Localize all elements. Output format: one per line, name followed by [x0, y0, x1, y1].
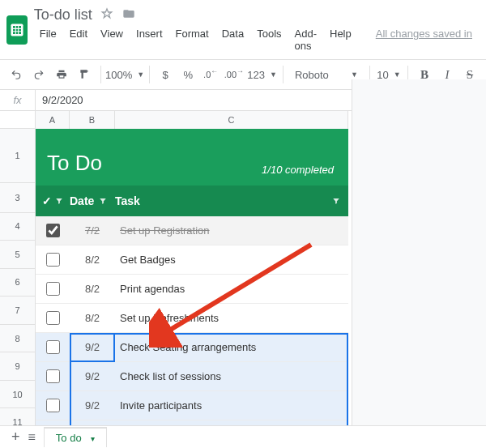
caret-down-icon: ▼: [351, 70, 358, 79]
row-headers: 1 3 4 5 6 7 8 9 10 11: [0, 129, 36, 437]
task-date: 9/2: [70, 370, 115, 382]
filter-icon[interactable]: [99, 197, 107, 205]
toolbar-separator: [149, 66, 150, 83]
task-date: 8/2: [70, 254, 115, 266]
add-sheet-button[interactable]: +: [11, 429, 20, 446]
save-status[interactable]: All changes saved in: [370, 25, 478, 54]
star-icon[interactable]: [100, 7, 113, 23]
table-row[interactable]: 8/2 Get Badges: [36, 245, 348, 275]
font-name: Roboto: [295, 69, 329, 81]
task-text: Set up Registration: [115, 224, 348, 237]
document-title[interactable]: To-do list: [34, 6, 92, 23]
row-header[interactable]: 7: [0, 297, 35, 325]
task-date: 7/2: [70, 224, 115, 237]
task-date: 9/2: [70, 399, 115, 412]
zoom-dropdown[interactable]: 100%▼: [108, 64, 143, 85]
menu-tools[interactable]: Tools: [251, 25, 287, 54]
fx-label[interactable]: fx: [0, 90, 36, 110]
filter-icon[interactable]: [332, 197, 340, 205]
menu-view[interactable]: View: [95, 25, 129, 54]
task-checkbox[interactable]: [46, 369, 60, 383]
sheets-app-icon[interactable]: [6, 15, 28, 45]
dec-dec-label: .0: [203, 70, 211, 79]
row-header[interactable]: 8: [0, 325, 35, 353]
todo-header: To Do 1/10 completed: [36, 129, 348, 186]
row-header[interactable]: 6: [0, 269, 35, 297]
task-checkbox[interactable]: [46, 340, 60, 354]
menu-help[interactable]: Help: [324, 25, 357, 54]
task-text: Set up Refreshments: [115, 312, 348, 324]
menu-bar: File Edit View Insert Format Data Tools …: [34, 23, 478, 54]
redo-button[interactable]: [29, 64, 49, 85]
sheet-tab-menu-icon[interactable]: ▾: [91, 434, 95, 443]
task-text: Invite participants: [115, 399, 348, 412]
filter-icon[interactable]: [55, 197, 63, 205]
menu-format[interactable]: Format: [170, 25, 215, 54]
task-checkbox[interactable]: [46, 311, 60, 325]
task-checkbox[interactable]: [46, 253, 60, 267]
table-row[interactable]: 8/2 Set up Refreshments: [36, 304, 348, 333]
toolbar-separator: [283, 66, 284, 83]
more-formats-label: 123: [247, 69, 265, 81]
col-header-b[interactable]: B: [70, 111, 115, 129]
task-checkbox[interactable]: [46, 282, 60, 296]
inc-dec-label: .00: [224, 70, 237, 79]
task-date: 9/2: [70, 341, 115, 353]
menu-insert[interactable]: Insert: [130, 25, 168, 54]
check-header-icon: ✓: [42, 194, 52, 207]
task-date: 8/2: [70, 312, 115, 324]
table-row[interactable]: 7/2 Set up Registration: [36, 216, 348, 245]
task-date: 8/2: [70, 283, 115, 295]
todo-column-header: ✓ Date Task: [36, 186, 348, 216]
task-text: Print agendas: [115, 283, 348, 295]
sheet-tab-label: To do: [56, 432, 82, 444]
table-row[interactable]: 9/2 Check list of sessions: [36, 362, 348, 391]
decrease-decimal-button[interactable]: .0←: [201, 64, 220, 85]
row-header[interactable]: 4: [0, 213, 35, 241]
task-header: Task: [115, 194, 140, 207]
menu-data[interactable]: Data: [216, 25, 249, 54]
all-sheets-button[interactable]: ≡: [28, 430, 36, 445]
row-header[interactable]: 9: [0, 352, 35, 381]
table-row[interactable]: 9/2 Check Seating arrangements: [36, 333, 348, 362]
currency-button[interactable]: $: [156, 64, 175, 85]
caret-down-icon: ▼: [137, 70, 144, 79]
undo-button[interactable]: [6, 64, 26, 85]
select-all-corner[interactable]: [0, 111, 36, 129]
spreadsheet-icon: [9, 22, 25, 38]
task-text: Check Seating arrangements: [115, 341, 348, 353]
date-header: Date: [70, 194, 94, 207]
zoom-value: 100%: [105, 69, 132, 81]
row-header[interactable]: 10: [0, 381, 35, 409]
sheet-tab[interactable]: To do ▾: [44, 427, 107, 447]
row-header[interactable]: 3: [0, 183, 35, 212]
right-gutter: [352, 79, 486, 448]
toolbar-separator: [100, 66, 101, 83]
percent-button[interactable]: %: [178, 64, 198, 85]
caret-down-icon: ▼: [270, 70, 277, 79]
todo-completed-count: 1/10 completed: [262, 164, 334, 176]
caret-down-icon: ▼: [394, 70, 401, 79]
print-button[interactable]: [52, 64, 71, 85]
table-row[interactable]: 9/2 Invite participants: [36, 391, 348, 420]
row-header[interactable]: 1: [0, 129, 35, 183]
table-row[interactable]: 8/2 Print agendas: [36, 275, 348, 304]
more-formats-dropdown[interactable]: 123▼: [248, 64, 276, 85]
formula-value[interactable]: 9/2/2020: [36, 94, 83, 106]
task-text: Get Badges: [115, 254, 348, 266]
task-checkbox[interactable]: [46, 399, 60, 412]
menu-addons[interactable]: Add-ons: [289, 25, 322, 54]
menu-file[interactable]: File: [34, 25, 62, 54]
menu-edit[interactable]: Edit: [64, 25, 93, 54]
col-header-a[interactable]: A: [36, 111, 70, 129]
task-text: Check list of sessions: [115, 370, 348, 382]
todo-title: To Do: [47, 151, 102, 176]
move-folder-icon[interactable]: [122, 7, 136, 23]
sheet-tab-bar: + ≡ To do ▾: [0, 425, 486, 448]
row-header[interactable]: 5: [0, 241, 35, 269]
col-header-c[interactable]: C: [115, 111, 348, 129]
increase-decimal-button[interactable]: .00→: [224, 64, 245, 85]
paint-format-button[interactable]: [75, 64, 94, 85]
task-checkbox[interactable]: [46, 224, 60, 237]
